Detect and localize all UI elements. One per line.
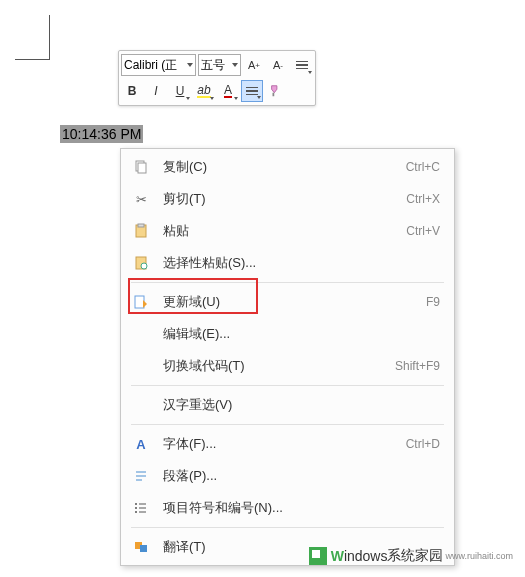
- list-icon: [296, 61, 308, 70]
- menu-divider: [131, 282, 444, 283]
- menu-label: 切换域代码(T): [163, 357, 395, 375]
- bold-button[interactable]: B: [121, 80, 143, 102]
- watermark-suffix: 系统家园: [387, 547, 443, 565]
- menu-label: 编辑域(E)...: [163, 325, 440, 343]
- watermark-letter: W: [331, 548, 344, 564]
- menu-label: 段落(P)...: [163, 467, 440, 485]
- svg-point-10: [135, 503, 137, 505]
- svg-point-12: [135, 507, 137, 509]
- menu-reconvert[interactable]: 汉字重选(V): [121, 389, 454, 421]
- menu-label: 复制(C): [163, 158, 406, 176]
- paste-special-icon: [131, 253, 151, 273]
- menu-paste[interactable]: 粘贴 Ctrl+V: [121, 215, 454, 247]
- watermark-brand: indows: [344, 548, 388, 564]
- scissors-icon: ✂: [131, 189, 151, 209]
- font-family-select[interactable]: Calibri (正: [121, 54, 196, 76]
- svg-rect-17: [140, 545, 147, 552]
- menu-update-field[interactable]: 更新域(U) F9: [121, 286, 454, 318]
- align-justify-button[interactable]: [241, 80, 263, 102]
- clipboard-icon: [131, 221, 151, 241]
- page-corner: [15, 15, 50, 60]
- context-menu: 复制(C) Ctrl+C ✂ 剪切(T) Ctrl+X 粘贴 Ctrl+V 选择…: [120, 148, 455, 566]
- format-painter-button[interactable]: [265, 80, 287, 102]
- menu-shortcut: Ctrl+C: [406, 160, 440, 174]
- menu-copy[interactable]: 复制(C) Ctrl+C: [121, 151, 454, 183]
- chevron-down-icon: [187, 63, 193, 67]
- menu-divider: [131, 385, 444, 386]
- menu-edit-field[interactable]: 编辑域(E)...: [121, 318, 454, 350]
- menu-shortcut: Shift+F9: [395, 359, 440, 373]
- menu-divider: [131, 424, 444, 425]
- list-button[interactable]: [291, 54, 313, 76]
- chevron-down-icon: [308, 71, 312, 74]
- highlight-button[interactable]: ab: [193, 80, 215, 102]
- menu-label: 更新域(U): [163, 293, 426, 311]
- paintbrush-icon: [269, 84, 283, 98]
- svg-rect-1: [138, 163, 146, 173]
- svg-point-14: [135, 511, 137, 513]
- copy-icon: [131, 157, 151, 177]
- menu-shortcut: Ctrl+V: [406, 224, 440, 238]
- paragraph-icon: [131, 466, 151, 486]
- align-icon: [246, 87, 258, 96]
- menu-paste-special[interactable]: 选择性粘贴(S)...: [121, 247, 454, 279]
- font-icon: A: [131, 434, 151, 454]
- menu-cut[interactable]: ✂ 剪切(T) Ctrl+X: [121, 183, 454, 215]
- menu-paragraph[interactable]: 段落(P)...: [121, 460, 454, 492]
- menu-shortcut: Ctrl+D: [406, 437, 440, 451]
- chevron-down-icon: [257, 96, 261, 99]
- chevron-down-icon: [234, 97, 238, 100]
- svg-rect-6: [135, 296, 144, 308]
- selected-time-text[interactable]: 10:14:36 PM: [60, 125, 143, 143]
- watermark: Windows系统家园 www.ruihaiti.com: [309, 547, 513, 565]
- menu-label: 粘贴: [163, 222, 406, 240]
- blank-icon: [131, 395, 151, 415]
- menu-label: 字体(F)...: [163, 435, 406, 453]
- menu-bullets-numbering[interactable]: 项目符号和编号(N)...: [121, 492, 454, 524]
- menu-shortcut: Ctrl+X: [406, 192, 440, 206]
- menu-font[interactable]: A 字体(F)... Ctrl+D: [121, 428, 454, 460]
- chevron-down-icon: [232, 63, 238, 67]
- menu-label: 项目符号和编号(N)...: [163, 499, 440, 517]
- menu-divider: [131, 527, 444, 528]
- font-size-select[interactable]: 五号: [198, 54, 241, 76]
- svg-point-5: [141, 263, 147, 269]
- menu-label: 剪切(T): [163, 190, 406, 208]
- menu-label: 选择性粘贴(S)...: [163, 254, 440, 272]
- update-field-icon: [131, 292, 151, 312]
- list-icon: [131, 498, 151, 518]
- menu-shortcut: F9: [426, 295, 440, 309]
- svg-rect-3: [138, 224, 144, 227]
- italic-button[interactable]: I: [145, 80, 167, 102]
- chevron-down-icon: [210, 97, 214, 100]
- menu-toggle-field-codes[interactable]: 切换域代码(T) Shift+F9: [121, 350, 454, 382]
- mini-toolbar: Calibri (正 五号 A+ A- B I U ab A: [118, 50, 316, 106]
- grow-font-button[interactable]: A+: [243, 54, 265, 76]
- font-color-button[interactable]: A: [217, 80, 239, 102]
- font-size-value: 五号: [201, 57, 229, 74]
- translate-icon: [131, 537, 151, 557]
- underline-button[interactable]: U: [169, 80, 191, 102]
- font-family-value: Calibri (正: [124, 57, 184, 74]
- watermark-url: www.ruihaiti.com: [445, 551, 513, 561]
- shrink-font-button[interactable]: A-: [267, 54, 289, 76]
- blank-icon: [131, 324, 151, 344]
- windows-logo-icon: [309, 547, 327, 565]
- menu-label: 汉字重选(V): [163, 396, 440, 414]
- chevron-down-icon: [186, 97, 190, 100]
- blank-icon: [131, 356, 151, 376]
